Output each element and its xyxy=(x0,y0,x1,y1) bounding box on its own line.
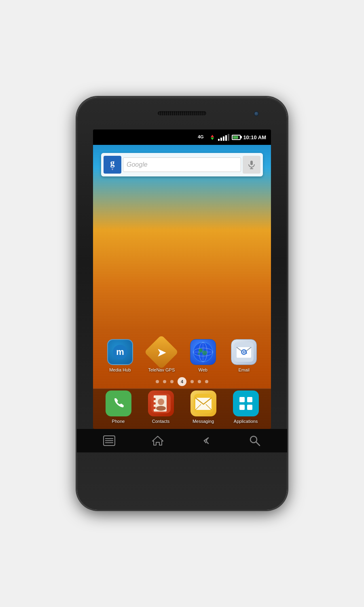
page-dot-6[interactable] xyxy=(198,380,201,383)
menu-icon xyxy=(103,435,116,446)
svg-point-21 xyxy=(243,351,245,353)
dock-applications[interactable]: Applications xyxy=(233,391,259,424)
svg-point-26 xyxy=(156,406,166,411)
email-icon xyxy=(231,339,257,365)
google-logo: g xyxy=(110,158,115,167)
web-icon xyxy=(190,339,216,365)
search-nav-button[interactable] xyxy=(243,432,267,449)
phone-screen: 4G 10:10 AM xyxy=(93,129,271,429)
messaging-dock-label: Messaging xyxy=(193,419,214,424)
phone-dock-label: Phone xyxy=(112,419,125,424)
page-indicators: 4 xyxy=(93,377,271,386)
applications-app-icon xyxy=(233,391,259,416)
google-search-input[interactable]: Google xyxy=(123,157,241,172)
svg-marker-2 xyxy=(211,138,214,140)
google-g-button[interactable]: g ▼ xyxy=(104,156,121,174)
contacts-app-icon xyxy=(148,391,174,416)
android-nav-bar xyxy=(77,429,287,452)
menu-button[interactable] xyxy=(97,432,121,449)
battery-icon xyxy=(232,135,241,140)
status-bar: 4G 10:10 AM xyxy=(93,129,271,145)
app-telenav-gps[interactable]: ➤ TeleNav GPS xyxy=(148,339,175,372)
status-time: 10:10 AM xyxy=(243,134,266,140)
svg-marker-1 xyxy=(211,135,214,137)
app-email[interactable]: Email xyxy=(231,339,257,372)
svg-rect-38 xyxy=(247,405,252,410)
network-indicator: 4G xyxy=(198,134,207,141)
back-button[interactable] xyxy=(194,432,218,449)
voice-search-button[interactable] xyxy=(243,156,260,174)
phone-top xyxy=(77,97,287,129)
svg-point-14 xyxy=(199,348,203,352)
home-screen-wallpaper: g ▼ Google xyxy=(93,145,271,429)
page-dot-1[interactable] xyxy=(156,380,159,383)
page-dot-5[interactable] xyxy=(190,380,194,383)
svg-point-29 xyxy=(153,407,156,409)
page-dot-7[interactable] xyxy=(205,380,208,383)
page-dot-3[interactable] xyxy=(170,380,174,383)
contacts-dock-label: Contacts xyxy=(152,419,169,424)
svg-line-44 xyxy=(256,442,260,446)
svg-text:m: m xyxy=(116,347,124,357)
svg-rect-36 xyxy=(247,397,252,402)
svg-rect-34 xyxy=(236,394,256,413)
search-placeholder-text: Google xyxy=(127,161,148,168)
dock-contacts[interactable]: Contacts xyxy=(148,391,174,424)
web-label: Web xyxy=(199,367,207,372)
telenav-arrow-icon: ➤ xyxy=(157,345,167,359)
google-search-widget[interactable]: g ▼ Google xyxy=(101,153,263,176)
svg-text:4G: 4G xyxy=(198,134,204,139)
telenav-icon: ➤ xyxy=(148,339,174,365)
svg-point-28 xyxy=(153,402,156,405)
data-arrows-icon xyxy=(209,134,216,140)
telenav-label: TeleNav GPS xyxy=(148,367,175,372)
app-web[interactable]: Web xyxy=(190,339,216,372)
page-dot-4-active[interactable]: 4 xyxy=(178,377,186,386)
phone-device: 4G 10:10 AM xyxy=(77,97,287,510)
back-icon xyxy=(200,435,212,447)
microphone-icon xyxy=(247,160,256,170)
svg-rect-3 xyxy=(250,161,253,165)
home-icon xyxy=(152,435,164,447)
applications-dock-label: Applications xyxy=(234,419,258,424)
dock-phone[interactable]: Phone xyxy=(106,391,131,424)
media-hub-icon: m xyxy=(107,339,133,365)
front-camera xyxy=(254,111,259,116)
svg-point-16 xyxy=(198,352,200,355)
svg-rect-37 xyxy=(239,405,245,410)
app-dock: Phone xyxy=(93,388,271,429)
app-media-hub[interactable]: m Media Hub xyxy=(107,339,133,372)
svg-rect-35 xyxy=(239,397,245,402)
svg-point-15 xyxy=(202,350,207,355)
signal-strength-icon xyxy=(218,134,229,141)
dock-messaging[interactable]: Messaging xyxy=(190,391,216,424)
svg-point-27 xyxy=(153,398,156,400)
page-dot-2[interactable] xyxy=(163,380,166,383)
speaker-grille xyxy=(158,111,206,115)
dropdown-arrow-icon: ▼ xyxy=(111,168,114,171)
search-icon xyxy=(249,435,260,446)
media-hub-label: Media Hub xyxy=(109,367,131,372)
svg-point-25 xyxy=(158,399,164,405)
phone-app-icon xyxy=(106,391,131,416)
home-screen-apps: m Media Hub ➤ TeleNav GPS xyxy=(93,339,271,372)
phone-bottom-bezel xyxy=(77,452,287,510)
email-label: Email xyxy=(238,367,250,372)
home-button[interactable] xyxy=(146,432,170,449)
messaging-app-icon xyxy=(190,391,216,416)
